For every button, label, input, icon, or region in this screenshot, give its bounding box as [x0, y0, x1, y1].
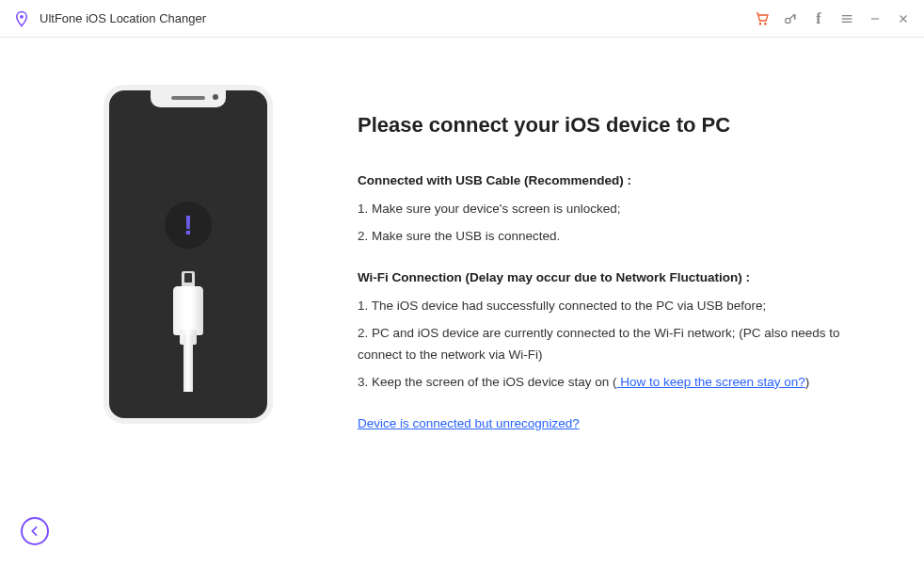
main-heading: Please connect your iOS device to PC	[358, 113, 868, 137]
wifi-step-3: 3. Keep the screen of the iOS device sta…	[358, 372, 868, 394]
svg-point-2	[765, 23, 766, 24]
usb-cable-icon	[173, 286, 203, 335]
usb-section-title: Connected with USB Cable (Recommended) :	[358, 173, 868, 187]
titlebar: UltFone iOS Location Changer f	[0, 0, 924, 38]
wifi-section-title: Wi-Fi Connection (Delay may occur due to…	[358, 270, 868, 284]
back-button[interactable]	[21, 517, 49, 545]
close-button[interactable]	[896, 11, 911, 26]
menu-icon[interactable]	[839, 11, 854, 26]
wifi-step-1: 1. The iOS device had successfully conne…	[358, 296, 868, 317]
usb-step-1: 1. Make sure your device's screen is unl…	[358, 199, 868, 220]
app-logo-icon	[13, 10, 30, 27]
svg-point-0	[20, 14, 24, 18]
facebook-icon[interactable]: f	[811, 11, 826, 26]
alert-icon: !	[165, 202, 212, 249]
svg-point-3	[786, 18, 790, 23]
device-illustration: !	[94, 85, 282, 430]
minimize-button[interactable]	[868, 11, 883, 26]
device-unrecognized-link[interactable]: Device is connected but unrecognized?	[358, 416, 580, 430]
svg-point-1	[759, 23, 760, 24]
key-icon[interactable]	[783, 11, 798, 26]
wifi-step-2: 2. PC and iOS device are currently conne…	[358, 323, 868, 366]
content-area: ! Please connect your iOS device to PC C…	[0, 38, 924, 430]
cart-icon[interactable]	[755, 11, 770, 26]
phone-frame: !	[104, 85, 273, 424]
screen-stay-on-link[interactable]: How to keep the screen stay on?	[616, 375, 805, 389]
app-title: UltFone iOS Location Changer	[40, 11, 755, 25]
instructions-panel: Please connect your iOS device to PC Con…	[358, 85, 868, 430]
usb-step-2: 2. Make sure the USB is connected.	[358, 226, 868, 248]
